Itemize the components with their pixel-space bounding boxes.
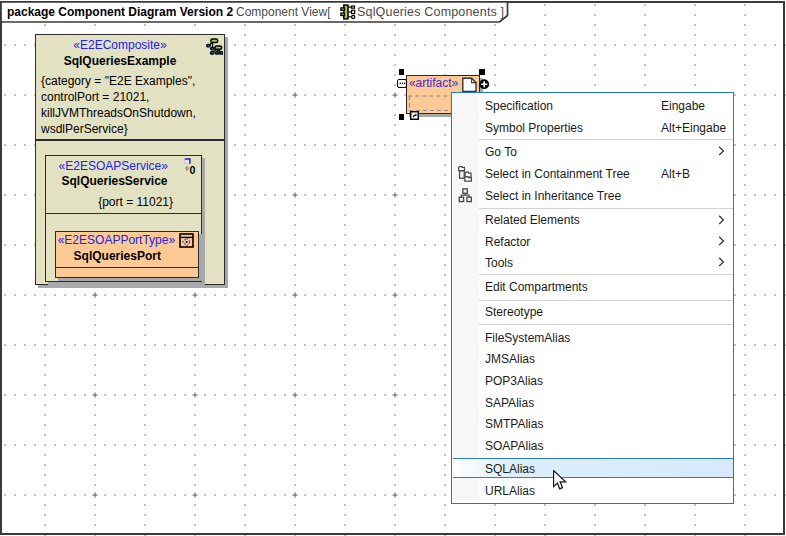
svg-text:0: 0 (190, 164, 196, 176)
